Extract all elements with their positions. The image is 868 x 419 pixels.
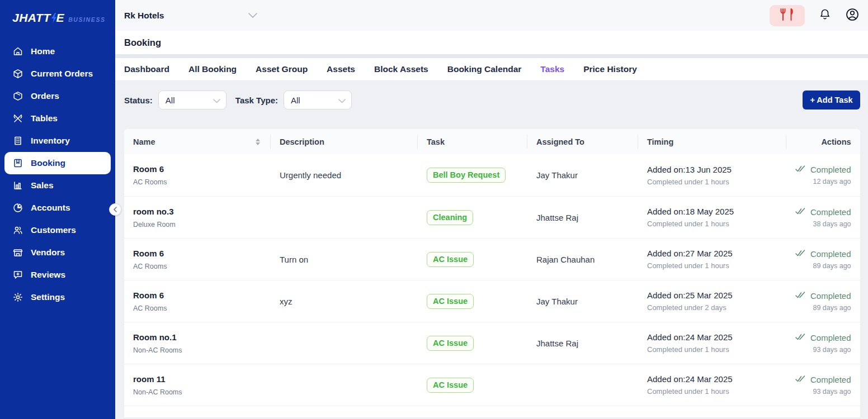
app-window: JHATT E BUSINESS HomeCurrent OrdersOrder…: [0, 0, 868, 419]
sidebar-item-label: Current Orders: [31, 69, 93, 79]
tab-asset-group[interactable]: Asset Group: [256, 64, 308, 74]
assigned-to-cell: Rajan Chauhan: [527, 255, 638, 264]
assigned-to-cell: Jay Thakur: [527, 297, 638, 306]
sidebar-item-tables[interactable]: Tables: [0, 107, 115, 130]
completed-status[interactable]: Completed: [795, 207, 851, 217]
added-on-date: Added on:24 Mar 2025: [647, 374, 777, 384]
tasks-content: Status: All Task Type: All + Add Task: [115, 81, 868, 419]
task-description: xyz: [280, 297, 293, 306]
completion-duration: Completed under 1 hours: [647, 345, 777, 354]
task-row: Room 6AC RoomsxyzAC IssueJay ThakurAdded…: [124, 280, 860, 322]
add-task-button[interactable]: + Add Task: [803, 91, 860, 109]
sidebar-item-settings[interactable]: Settings: [0, 286, 115, 308]
days-ago-label: 89 days ago: [795, 262, 851, 270]
completed-status[interactable]: Completed: [795, 333, 851, 342]
page-header: Booking: [115, 31, 868, 54]
sidebar-item-inventory[interactable]: Inventory: [0, 130, 115, 152]
sidebar-collapse-button[interactable]: [109, 203, 121, 216]
notifications-button[interactable]: [818, 8, 832, 23]
sidebar-item-orders[interactable]: Orders: [0, 85, 115, 107]
asset-category: Non-AC Rooms: [133, 388, 262, 396]
status-label: Completed: [810, 291, 851, 301]
added-on-date: Added on:27 Mar 2025: [647, 249, 777, 258]
column-header-label: Name: [133, 137, 155, 146]
column-header-label: Actions: [821, 137, 851, 146]
tab-dashboard[interactable]: Dashboard: [124, 64, 169, 74]
reviews-icon: [12, 270, 23, 280]
timing-cell: Added on:24 Mar 2025Completed under 1 ho…: [638, 332, 786, 354]
task-type-select-value: All: [291, 96, 300, 105]
sidebar-nav: HomeCurrent OrdersOrdersTablesInventoryB…: [0, 40, 115, 308]
tables-icon: [12, 113, 23, 124]
assignee-name: Jhattse Raj: [536, 213, 578, 222]
completion-duration: Completed under 1 hours: [647, 261, 777, 270]
asset-name: room no.3: [133, 207, 262, 216]
sidebar-item-label: Home: [31, 46, 55, 56]
sidebar-item-current-orders[interactable]: Current Orders: [0, 63, 115, 85]
timing-cell: Added on:18 May 2025Completed under 1 ho…: [638, 207, 786, 228]
status-filter-label: Status:: [124, 96, 153, 105]
tab-booking-calendar[interactable]: Booking Calendar: [447, 64, 522, 74]
tab-all-booking[interactable]: All Booking: [188, 64, 237, 74]
tab-block-assets[interactable]: Block Assets: [374, 64, 428, 74]
timing-cell: Added on:25 Mar 2025Completed under 2 da…: [638, 291, 786, 312]
task-cell: AC Issue: [418, 378, 527, 393]
current-orders-icon: [12, 69, 23, 79]
sidebar: JHATT E BUSINESS HomeCurrent OrdersOrder…: [0, 0, 115, 419]
sidebar-item-label: Accounts: [31, 203, 70, 213]
task-type-badge: AC Issue: [427, 378, 474, 393]
sidebar-item-vendors[interactable]: Vendors: [0, 241, 115, 264]
page-title: Booking: [124, 37, 161, 48]
completed-status[interactable]: Completed: [795, 165, 851, 174]
sidebar-item-label: Vendors: [31, 247, 65, 258]
tab-price-history[interactable]: Price History: [583, 64, 637, 74]
description-cell: Urgently needed: [271, 170, 418, 180]
sidebar-item-label: Booking: [31, 158, 65, 168]
sidebar-item-reviews[interactable]: Reviews: [0, 264, 115, 286]
actions-cell: Completed93 days ago: [786, 333, 860, 354]
sidebar-item-label: Sales: [31, 180, 54, 191]
task-row: room no.3Deluxe RoomCleaningJhattse RajA…: [124, 196, 860, 238]
column-header-label: Description: [280, 137, 324, 146]
brand-logo: JHATT E BUSINESS: [0, 0, 115, 32]
sidebar-item-label: Reviews: [31, 270, 65, 280]
completed-status[interactable]: Completed: [795, 291, 851, 301]
account-button[interactable]: [845, 7, 860, 24]
restaurant-mode-button[interactable]: [770, 5, 805, 26]
task-type-badge: AC Issue: [427, 252, 474, 267]
completion-duration: Completed under 1 hours: [647, 178, 777, 186]
assignee-name: Jay Thakur: [536, 170, 578, 180]
settings-icon: [12, 292, 23, 303]
asset-name: Room 6: [133, 164, 262, 174]
name-cell: Room 6AC Rooms: [124, 249, 271, 270]
asset-category: Deluxe Room: [133, 221, 262, 228]
tab-tasks[interactable]: Tasks: [540, 64, 564, 74]
column-header-assigned-to: Assigned To: [527, 135, 638, 149]
task-type-select[interactable]: All: [284, 91, 352, 109]
status-label: Completed: [810, 249, 851, 259]
completed-status[interactable]: Completed: [795, 249, 851, 259]
sidebar-item-home[interactable]: Home: [0, 40, 115, 63]
sidebar-item-customers[interactable]: Customers: [0, 219, 115, 241]
sidebar-item-booking[interactable]: Booking: [4, 152, 111, 174]
task-row: Room 6AC RoomsTurn onAC IssueRajan Chauh…: [124, 238, 860, 280]
tab-assets[interactable]: Assets: [327, 64, 355, 74]
description-cell: Turn on: [271, 255, 418, 264]
timing-cell: Added on:13 Jun 2025Completed under 1 ho…: [638, 165, 786, 186]
sidebar-item-accounts[interactable]: Accounts: [0, 197, 115, 219]
divider-band: [115, 54, 868, 58]
completed-status[interactable]: Completed: [795, 375, 851, 384]
timing-cell: Added on:24 Mar 2025Completed under 1 ho…: [638, 374, 786, 396]
task-cell: AC Issue: [418, 294, 527, 309]
double-check-icon: [795, 207, 806, 217]
sidebar-item-sales[interactable]: Sales: [0, 174, 115, 197]
status-select[interactable]: All: [158, 91, 227, 109]
column-header-actions: Actions: [786, 135, 860, 149]
name-cell: Room no.1Non-AC Rooms: [124, 332, 271, 354]
orders-icon: [12, 91, 23, 102]
days-ago-label: 12 days ago: [795, 178, 851, 185]
asset-name: Room 6: [133, 291, 262, 300]
added-on-date: Added on:18 May 2025: [647, 207, 777, 216]
sort-icon[interactable]: [256, 139, 261, 145]
store-selector[interactable]: Rk Hotels: [124, 11, 257, 21]
